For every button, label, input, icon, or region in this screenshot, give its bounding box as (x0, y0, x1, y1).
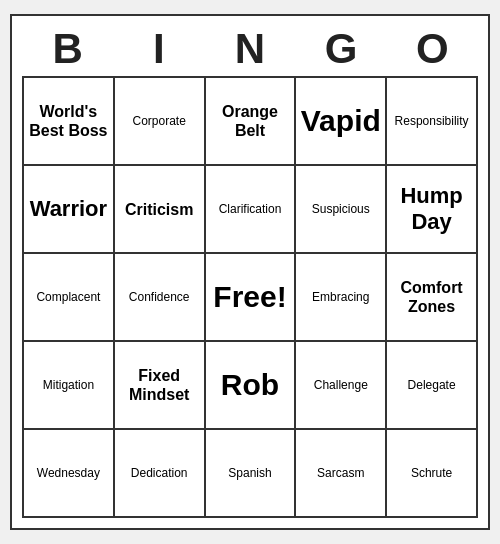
cell-text: Criticism (125, 200, 193, 219)
cell-text: Schrute (411, 466, 452, 480)
cell-text: Confidence (129, 290, 190, 304)
cell-1-2: Clarification (206, 166, 297, 254)
cell-1-1: Criticism (115, 166, 206, 254)
cell-0-4: Responsibility (387, 78, 478, 166)
cell-1-0: Warrior (24, 166, 115, 254)
cell-4-1: Dedication (115, 430, 206, 518)
cell-3-2: Rob (206, 342, 297, 430)
cell-text: Vapid (301, 103, 381, 139)
cell-0-0: World's Best Boss (24, 78, 115, 166)
bingo-card: BINGO World's Best BossCorporateOrange B… (10, 14, 490, 530)
cell-text: Challenge (314, 378, 368, 392)
cell-text: Orange Belt (210, 102, 291, 140)
bingo-grid: World's Best BossCorporateOrange BeltVap… (22, 76, 478, 518)
cell-text: Complacent (36, 290, 100, 304)
cell-text: Fixed Mindset (119, 366, 200, 404)
bingo-letter: G (296, 26, 387, 72)
cell-text: Suspicious (312, 202, 370, 216)
cell-text: Rob (221, 367, 279, 403)
cell-1-3: Suspicious (296, 166, 387, 254)
cell-3-4: Delegate (387, 342, 478, 430)
cell-text: Spanish (228, 466, 271, 480)
cell-2-4: Comfort Zones (387, 254, 478, 342)
cell-0-3: Vapid (296, 78, 387, 166)
cell-3-1: Fixed Mindset (115, 342, 206, 430)
cell-text: Sarcasm (317, 466, 364, 480)
bingo-header: BINGO (22, 26, 478, 72)
cell-4-4: Schrute (387, 430, 478, 518)
cell-text: World's Best Boss (28, 102, 109, 140)
cell-text: Mitigation (43, 378, 94, 392)
cell-text: Delegate (408, 378, 456, 392)
cell-3-3: Challenge (296, 342, 387, 430)
cell-text: Wednesday (37, 466, 100, 480)
cell-4-0: Wednesday (24, 430, 115, 518)
cell-3-0: Mitigation (24, 342, 115, 430)
cell-text: Dedication (131, 466, 188, 480)
bingo-letter: N (204, 26, 295, 72)
bingo-letter: O (387, 26, 478, 72)
cell-0-1: Corporate (115, 78, 206, 166)
cell-0-2: Orange Belt (206, 78, 297, 166)
cell-2-2: Free! (206, 254, 297, 342)
cell-text: Hump Day (391, 183, 472, 236)
cell-2-3: Embracing (296, 254, 387, 342)
cell-4-3: Sarcasm (296, 430, 387, 518)
bingo-letter: B (22, 26, 113, 72)
cell-text: Corporate (133, 114, 186, 128)
cell-text: Free! (213, 279, 286, 315)
cell-2-0: Complacent (24, 254, 115, 342)
cell-text: Comfort Zones (391, 278, 472, 316)
cell-text: Clarification (219, 202, 282, 216)
cell-text: Responsibility (395, 114, 469, 128)
cell-text: Warrior (30, 196, 107, 222)
cell-2-1: Confidence (115, 254, 206, 342)
cell-1-4: Hump Day (387, 166, 478, 254)
bingo-letter: I (113, 26, 204, 72)
cell-4-2: Spanish (206, 430, 297, 518)
cell-text: Embracing (312, 290, 369, 304)
